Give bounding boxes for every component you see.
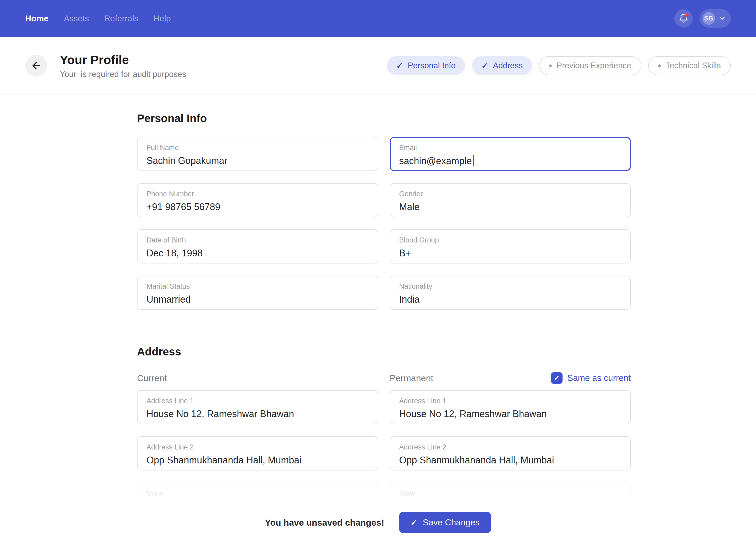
nav-item-help[interactable]: Help	[154, 14, 171, 24]
back-button[interactable]	[25, 55, 47, 77]
account-menu[interactable]: SG	[699, 9, 731, 27]
email-field[interactable]: Email sachin@example	[390, 137, 631, 171]
date-of-birth-field[interactable]: Date of Birth Dec 18, 1998	[137, 229, 378, 263]
dot-icon	[658, 64, 661, 67]
page-title: Your Profile	[60, 53, 186, 67]
field-value: Sachin Gopakumar	[147, 155, 369, 166]
field-label: Gender	[399, 190, 622, 198]
current-address-line1-field[interactable]: Address Line 1 House No 12, Rameshwar Bh…	[137, 390, 378, 424]
step-label: Previous Experience	[556, 61, 631, 71]
notifications-button[interactable]	[674, 9, 693, 27]
field-value: sachin@example	[399, 155, 622, 167]
field-label: Email	[399, 144, 622, 152]
nav-actions: SG	[674, 9, 731, 27]
personal-info-heading: Personal Info	[137, 95, 631, 125]
step-label: Personal Info	[408, 61, 456, 71]
field-value: Male	[399, 201, 622, 213]
field-value: +91 98765 56789	[147, 201, 369, 213]
unsaved-changes-text: You have unsaved changes!	[265, 517, 384, 528]
full-name-field[interactable]: Full Name Sachin Gopakumar	[137, 137, 378, 171]
same-as-current-label: Same as current	[567, 373, 631, 383]
field-label: Address Line 1	[147, 397, 369, 405]
checkbox-checked-icon[interactable]: ✓	[551, 372, 563, 384]
arrow-left-icon	[31, 60, 42, 71]
step-address[interactable]: ✓ Address	[472, 56, 532, 75]
step-label: Technical Skills	[666, 61, 721, 71]
nationality-field[interactable]: Nationality India	[390, 276, 631, 310]
field-value: B+	[399, 248, 622, 259]
address-column-headers: Current Permanent ✓ Same as current	[137, 372, 631, 384]
field-label: Date of Birth	[147, 236, 369, 244]
field-label: Address Line 2	[399, 443, 622, 451]
field-value: House No 12, Rameshwar Bhawan	[147, 408, 369, 419]
nav-item-assets[interactable]: Assets	[64, 14, 89, 24]
page-subtitle: Your is required for audit purposes	[60, 70, 186, 79]
step-label: Address	[493, 61, 523, 71]
profile-page: Home Assets Referrals Help SG	[0, 0, 756, 538]
step-previous-experience[interactable]: Previous Experience	[539, 56, 641, 75]
field-label: Phone Number	[147, 190, 369, 198]
header-left: Your Profile Your is required for audit …	[25, 53, 186, 79]
field-label: Marital Status	[147, 282, 369, 291]
phone-number-field[interactable]: Phone Number +91 98765 56789	[137, 183, 378, 217]
avatar: SG	[702, 12, 715, 25]
field-value: House No 12, Rameshwar Bhawan	[399, 408, 622, 419]
step-pills: ✓ Personal Info ✓ Address Previous Exper…	[387, 56, 731, 75]
text-cursor	[473, 155, 474, 166]
save-changes-button[interactable]: ✓ Save Changes	[399, 512, 491, 533]
notification-badge	[685, 13, 689, 17]
current-address-label: Current	[137, 373, 378, 383]
nav-item-home[interactable]: Home	[25, 14, 49, 24]
dot-icon	[549, 64, 552, 67]
blood-group-field[interactable]: Blood Group B+	[390, 229, 631, 263]
save-bar: You have unsaved changes! ✓ Save Changes	[0, 507, 756, 538]
address-heading: Address	[137, 310, 631, 358]
personal-info-grid: Full Name Sachin Gopakumar Email sachin@…	[137, 137, 631, 310]
permanent-address-line2-field[interactable]: Address Line 2 Opp Shanmukhananda Hall, …	[390, 436, 631, 470]
field-value: Unmarried	[147, 294, 369, 305]
permanent-address-line1-field[interactable]: Address Line 1 House No 12, Rameshwar Bh…	[390, 390, 631, 424]
nav-item-referrals[interactable]: Referrals	[104, 14, 138, 24]
chevron-down-icon	[718, 15, 726, 22]
page-header: Your Profile Your is required for audit …	[0, 37, 756, 95]
permanent-address-label: Permanent	[390, 373, 433, 383]
step-technical-skills[interactable]: Technical Skills	[648, 56, 731, 75]
field-label: Nationality	[399, 282, 622, 291]
check-icon: ✓	[481, 61, 488, 71]
permanent-header-row: Permanent ✓ Same as current	[390, 372, 631, 384]
field-label: State	[147, 489, 369, 498]
step-personal-info[interactable]: ✓ Personal Info	[387, 56, 465, 75]
check-icon: ✓	[396, 61, 403, 71]
nav-links: Home Assets Referrals Help	[25, 14, 171, 24]
header-titles: Your Profile Your is required for audit …	[60, 53, 186, 79]
form-content: Personal Info Full Name Sachin Gopakumar…	[137, 95, 631, 517]
marital-status-field[interactable]: Marital Status Unmarried	[137, 276, 378, 310]
field-label: Address Line 2	[147, 443, 369, 451]
field-value: India	[399, 294, 622, 305]
field-value: Opp Shanmukhananda Hall, Mumbai	[399, 455, 622, 466]
save-button-label: Save Changes	[423, 517, 480, 527]
address-grid: Address Line 1 House No 12, Rameshwar Bh…	[137, 390, 631, 517]
field-label: Full Name	[147, 144, 369, 152]
field-label: State	[399, 489, 622, 498]
same-as-current-toggle[interactable]: ✓ Same as current	[551, 372, 631, 384]
gender-field[interactable]: Gender Male	[390, 183, 631, 217]
field-value: Opp Shanmukhananda Hall, Mumbai	[147, 455, 369, 466]
field-label: Address Line 1	[399, 397, 622, 405]
field-label: Blood Group	[399, 236, 622, 244]
field-value: Dec 18, 1998	[147, 248, 369, 259]
current-address-line2-field[interactable]: Address Line 2 Opp Shanmukhananda Hall, …	[137, 436, 378, 470]
check-icon: ✓	[410, 517, 418, 527]
top-navbar: Home Assets Referrals Help SG	[0, 0, 756, 37]
